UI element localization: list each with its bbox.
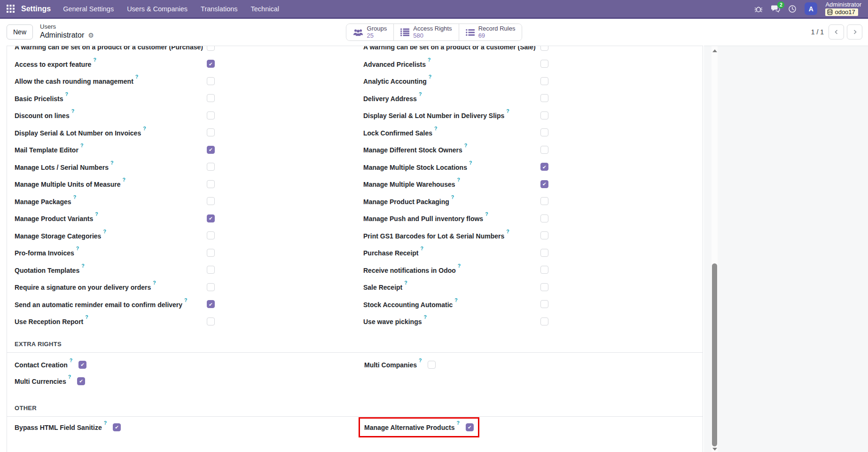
help-icon[interactable]: ? <box>457 177 460 182</box>
help-icon[interactable]: ? <box>68 374 71 380</box>
topbar-menu-technical[interactable]: Technical <box>251 5 279 13</box>
help-icon[interactable]: ? <box>143 126 146 131</box>
help-icon[interactable]: ? <box>110 160 113 166</box>
app-name[interactable]: Settings <box>21 5 51 13</box>
checkbox-unchecked[interactable] <box>428 361 436 369</box>
help-icon[interactable]: ? <box>469 160 472 166</box>
checkbox-unchecked[interactable] <box>207 77 215 85</box>
help-icon[interactable]: ? <box>464 143 467 148</box>
checkbox-unchecked[interactable] <box>540 146 548 154</box>
checkbox-unchecked[interactable] <box>540 317 548 325</box>
checkbox-unchecked[interactable] <box>540 128 548 136</box>
help-icon[interactable]: ? <box>429 74 431 79</box>
record-rules-stat-button[interactable]: Record Rules 69 <box>459 24 522 40</box>
help-icon[interactable]: ? <box>419 357 422 363</box>
checkbox-unchecked[interactable] <box>207 197 215 205</box>
checkbox-unchecked[interactable] <box>540 231 548 239</box>
help-icon[interactable]: ? <box>184 297 187 303</box>
pager-previous-button[interactable] <box>829 24 844 40</box>
help-icon[interactable]: ? <box>135 74 138 79</box>
checkbox-unchecked[interactable] <box>540 249 548 257</box>
help-icon[interactable]: ? <box>85 314 88 320</box>
checkbox-checked[interactable] <box>78 361 86 369</box>
checkbox-unchecked[interactable] <box>540 283 548 291</box>
checkbox-checked[interactable] <box>77 377 85 385</box>
checkbox-checked[interactable] <box>207 146 215 154</box>
help-icon[interactable]: ? <box>70 357 72 363</box>
help-icon[interactable]: ? <box>76 246 79 251</box>
new-button[interactable]: New <box>7 24 33 40</box>
help-icon[interactable]: ? <box>506 108 509 114</box>
help-icon[interactable]: ? <box>80 143 83 148</box>
checkbox-unchecked[interactable] <box>540 60 548 68</box>
help-icon[interactable]: ? <box>458 263 461 269</box>
gear-icon[interactable]: ⚙ <box>88 32 94 39</box>
checkbox-unchecked[interactable] <box>540 214 548 222</box>
permission-label: Advanced Pricelists <box>363 61 426 68</box>
user-name[interactable]: Administrator <box>825 1 861 8</box>
help-icon[interactable]: ? <box>506 229 509 234</box>
checkbox-unchecked[interactable] <box>207 94 215 102</box>
help-icon[interactable]: ? <box>153 280 156 285</box>
checkbox-unchecked[interactable] <box>540 197 548 205</box>
help-icon[interactable]: ? <box>434 126 437 131</box>
help-icon[interactable]: ? <box>456 420 459 426</box>
checkbox-checked[interactable] <box>207 300 215 308</box>
breadcrumb-parent[interactable]: Users <box>40 24 94 31</box>
checkbox-unchecked[interactable] <box>207 249 215 257</box>
help-icon[interactable]: ? <box>454 297 457 303</box>
checkbox-checked[interactable] <box>540 163 548 171</box>
checkbox-checked[interactable] <box>207 60 215 68</box>
help-icon[interactable]: ? <box>404 280 407 285</box>
help-icon[interactable]: ? <box>65 91 68 97</box>
checkbox-checked[interactable] <box>207 214 215 222</box>
help-icon[interactable]: ? <box>103 229 106 234</box>
checkbox-unchecked[interactable] <box>207 180 215 188</box>
scrollbar-track[interactable] <box>712 46 718 452</box>
help-icon[interactable]: ? <box>419 91 422 97</box>
groups-stat-button[interactable]: Groups 25 <box>346 24 394 40</box>
checkbox-checked[interactable] <box>540 180 548 188</box>
scrollbar-thumb[interactable] <box>712 263 717 446</box>
topbar-menu-general-settings[interactable]: General Settings <box>63 5 114 13</box>
user-avatar[interactable]: A <box>805 2 817 15</box>
checkbox-unchecked[interactable] <box>207 317 215 325</box>
messages-chat-icon[interactable]: 2 <box>771 5 780 13</box>
help-icon[interactable]: ? <box>123 177 125 182</box>
scrollbar-down-arrow[interactable] <box>712 448 717 451</box>
checkbox-unchecked[interactable] <box>207 283 215 291</box>
debug-bug-icon[interactable] <box>754 5 763 13</box>
apps-grid-icon[interactable] <box>7 5 15 13</box>
help-icon[interactable]: ? <box>421 246 423 251</box>
checkbox-unchecked[interactable] <box>540 94 548 102</box>
topbar-menu-users-companies[interactable]: Users & Companies <box>127 5 188 13</box>
checkbox-unchecked[interactable] <box>207 231 215 239</box>
checkbox-unchecked[interactable] <box>540 266 548 274</box>
checkbox-checked[interactable] <box>113 423 121 431</box>
help-icon[interactable]: ? <box>104 420 107 426</box>
checkbox-unchecked[interactable] <box>207 46 215 51</box>
checkbox-unchecked[interactable] <box>540 46 548 51</box>
checkbox-unchecked[interactable] <box>207 163 215 171</box>
help-icon[interactable]: ? <box>73 194 76 200</box>
scrollbar-up-arrow[interactable] <box>712 49 717 52</box>
activities-clock-icon[interactable] <box>788 5 797 13</box>
checkbox-unchecked[interactable] <box>540 77 548 85</box>
checkbox-checked[interactable] <box>466 423 474 431</box>
checkbox-unchecked[interactable] <box>207 111 215 119</box>
checkbox-unchecked[interactable] <box>540 111 548 119</box>
checkbox-unchecked[interactable] <box>540 300 548 308</box>
help-icon[interactable]: ? <box>71 108 74 114</box>
help-icon[interactable]: ? <box>81 263 84 269</box>
checkbox-unchecked[interactable] <box>207 128 215 136</box>
help-icon[interactable]: ? <box>93 57 96 63</box>
topbar-menu-translations[interactable]: Translations <box>201 5 237 13</box>
access-rights-stat-button[interactable]: Access Rights 580 <box>393 24 458 40</box>
help-icon[interactable]: ? <box>428 57 430 63</box>
help-icon[interactable]: ? <box>485 211 488 217</box>
help-icon[interactable]: ? <box>451 194 454 200</box>
checkbox-unchecked[interactable] <box>207 266 215 274</box>
help-icon[interactable]: ? <box>424 314 427 320</box>
help-icon[interactable]: ? <box>95 211 98 217</box>
pager-next-button[interactable] <box>847 24 862 40</box>
